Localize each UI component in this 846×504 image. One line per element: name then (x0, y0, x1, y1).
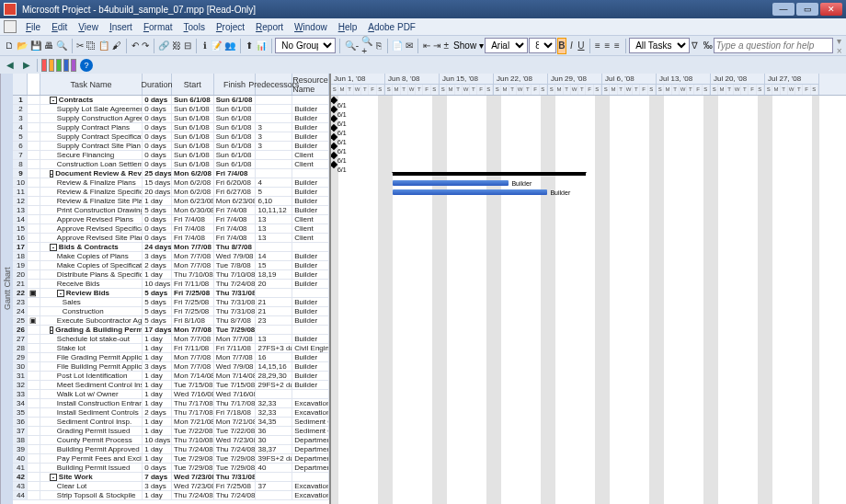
autofilter-icon[interactable]: ∇ (691, 38, 700, 54)
undo-icon[interactable]: ↶ (131, 38, 140, 54)
filter-select[interactable]: All Tasks (629, 38, 690, 53)
help-search-input[interactable] (714, 38, 833, 53)
table-row[interactable]: 9-Document Review & Revision25 daysMon 6… (13, 169, 329, 178)
table-row[interactable]: 41Building Permit Issued0 daysTue 7/29/0… (13, 464, 329, 473)
milestone[interactable]: 6/1 (331, 161, 337, 168)
table-row[interactable]: 12Review & Finalize Site Plan1 dayMon 6/… (13, 197, 329, 206)
milestone[interactable]: 6/1 (331, 124, 337, 132)
maximize-button[interactable]: ▭ (796, 3, 818, 16)
table-row[interactable]: 33Walk Lot w/ Owner1 dayWed 7/16/08Wed 7… (13, 390, 329, 399)
table-row[interactable]: 25▣Execute Subcontractor Agreements5 day… (13, 316, 329, 326)
table-row[interactable]: 19Make Copies of Specifications2 daysMon… (13, 261, 329, 270)
col-header-start[interactable]: Start (172, 74, 214, 95)
pdf-icon[interactable]: 📄 (391, 38, 404, 54)
menu-report[interactable]: Report (250, 22, 289, 32)
table-row[interactable]: 42-Site Work7 daysWed 7/23/08Thu 7/31/08 (13, 473, 329, 482)
split-icon[interactable]: ⊟ (183, 38, 192, 54)
show-hide-icon[interactable]: ± (442, 38, 452, 54)
table-row[interactable]: 21Receive Bids10 daysFri 7/11/08Thu 7/24… (13, 280, 329, 289)
table-row[interactable]: 3Supply Construction Agreement0 daysSun … (13, 114, 329, 123)
milestone[interactable]: 6/1 (331, 143, 337, 150)
milestone[interactable]: 6/1 (331, 152, 337, 159)
assign-icon[interactable]: 👥 (223, 38, 236, 54)
milestone[interactable]: 6/1 (331, 115, 337, 122)
table-row[interactable]: 40Pay Permit Fees and Excise Taxes1 dayT… (13, 454, 329, 464)
close-button[interactable]: ✕ (820, 3, 842, 16)
table-row[interactable]: 17-Bids & Contracts24 daysMon 7/7/08Thu … (13, 243, 329, 252)
task-bar[interactable]: Builder (393, 180, 509, 186)
goto-task-icon[interactable]: ⎘ (374, 38, 383, 54)
table-row[interactable]: 37Grading Permit Issued1 dayTue 7/22/08T… (13, 427, 329, 436)
col-header-predecessors[interactable]: Predecessors (256, 74, 292, 95)
view-side-tab[interactable]: Gantt Chart (0, 74, 13, 504)
menu-window[interactable]: Window (289, 22, 333, 32)
milestone[interactable]: 6/1 (331, 133, 337, 141)
print-preview-icon[interactable]: 🔍 (55, 38, 68, 54)
table-row[interactable]: 39Building Permit Approved1 dayThu 7/24/… (13, 445, 329, 454)
table-row[interactable]: 5Supply Contract Specifications0 daysSun… (13, 132, 329, 142)
col-header-row[interactable] (13, 74, 28, 95)
align-right-icon[interactable]: ≡ (612, 38, 622, 54)
link-icon[interactable]: 🔗 (157, 38, 170, 54)
save-icon[interactable]: 💾 (29, 38, 42, 54)
menu-format[interactable]: Format (138, 22, 178, 32)
menu-tools[interactable]: Tools (178, 22, 211, 32)
table-row[interactable]: 26-Grading & Building Permits17 daysMon … (13, 326, 329, 335)
table-row[interactable]: 38County Permit Process10 daysThu 7/10/0… (13, 436, 329, 445)
notes-icon[interactable]: 📝 (210, 38, 223, 54)
help-icon[interactable]: ? (80, 59, 93, 72)
zoom-in-icon[interactable]: 🔍+ (360, 38, 373, 54)
table-row[interactable]: 11Review & Finalize Specifications20 day… (13, 188, 329, 197)
font-size-select[interactable]: 8 (529, 38, 556, 53)
outdent-icon[interactable]: ⇤ (422, 38, 431, 54)
table-row[interactable]: 30File Building Permit Application3 days… (13, 362, 329, 372)
bold-button[interactable]: B (557, 38, 566, 54)
table-row[interactable]: 14Approve Revised Plans0 daysFri 7/4/08F… (13, 215, 329, 224)
font-name-select[interactable]: Arial (485, 38, 528, 53)
menu-view[interactable]: View (73, 22, 104, 32)
table-row[interactable]: 6Supply Contract Site Plan0 daysSun 6/1/… (13, 142, 329, 151)
redo-icon[interactable]: ↷ (141, 38, 150, 54)
table-row[interactable]: 1-Contracts0 daysSun 6/1/08Sun 6/1/08 (13, 96, 329, 105)
milestone[interactable]: 6/1 (331, 97, 337, 104)
table-row[interactable]: 20Distribute Plans & Specifications1 day… (13, 270, 329, 280)
menu-help[interactable]: Help (333, 22, 363, 32)
group-select[interactable]: No Group (275, 38, 336, 53)
table-row[interactable]: 35Install Sediment Controls2 daysThu 7/1… (13, 408, 329, 418)
menu-edit[interactable]: Edit (46, 22, 73, 32)
table-row[interactable]: 18Make Copies of Plans3 daysMon 7/7/08We… (13, 252, 329, 261)
align-left-icon[interactable]: ≡ (593, 38, 602, 54)
menu-project[interactable]: Project (211, 22, 250, 32)
report-icon[interactable]: 📊 (255, 38, 268, 54)
table-row[interactable]: 7Secure Financing0 daysSun 6/1/08Sun 6/1… (13, 151, 329, 160)
publish-icon[interactable]: ⬆ (245, 38, 254, 54)
table-row[interactable]: 29File Grading Permit Application1 dayMo… (13, 353, 329, 362)
app-menu-icon[interactable] (4, 20, 17, 33)
table-row[interactable]: 22▣-Review Bids5 daysFri 7/25/08Thu 7/31… (13, 289, 329, 298)
underline-button[interactable]: U (577, 38, 586, 54)
col-header-duration[interactable]: Duration (143, 74, 172, 95)
zoom-out-icon[interactable]: 🔍- (344, 38, 360, 54)
paste-icon[interactable]: 📋 (97, 38, 110, 54)
gantt-body[interactable]: 6/16/16/16/16/16/16/16/1BuilderBuilderBu… (331, 96, 846, 504)
table-row[interactable]: 44Strip Topsoil & Stockpile1 dayThu 7/24… (13, 491, 329, 500)
indent-icon[interactable]: ⇥ (432, 38, 441, 54)
table-row[interactable]: 10Review & Finalize Plans15 daysMon 6/2/… (13, 178, 329, 188)
table-row[interactable]: 2Supply Lot Sale Agreement0 daysSun 6/1/… (13, 105, 329, 114)
back-icon[interactable]: ◀ (4, 59, 17, 72)
menu-adobe-pdf[interactable]: Adobe PDF (362, 22, 421, 32)
unlink-icon[interactable]: ⛓ (171, 38, 182, 54)
table-row[interactable]: 24Construction5 daysFri 7/25/08Thu 7/31/… (13, 307, 329, 316)
task-bar[interactable]: Builder (393, 189, 547, 195)
print-icon[interactable]: 🖶 (43, 38, 54, 54)
table-row[interactable]: 34Install Construction Entrance1 dayThu … (13, 399, 329, 408)
table-row[interactable]: 4Supply Contract Plans0 daysSun 6/1/08Su… (13, 123, 329, 132)
menu-insert[interactable]: Insert (104, 22, 138, 32)
italic-button[interactable]: I (567, 38, 577, 54)
col-header-taskname[interactable]: Task Name (40, 74, 143, 95)
cut-icon[interactable]: ✂ (75, 38, 85, 54)
new-icon[interactable]: 🗋 (4, 38, 15, 54)
minimize-button[interactable]: — (772, 3, 795, 16)
table-row[interactable]: 32Meet Sediment Control Inspector1 dayTu… (13, 381, 329, 390)
table-row[interactable]: 36Sediment Control Insp.1 dayMon 7/21/08… (13, 418, 329, 427)
